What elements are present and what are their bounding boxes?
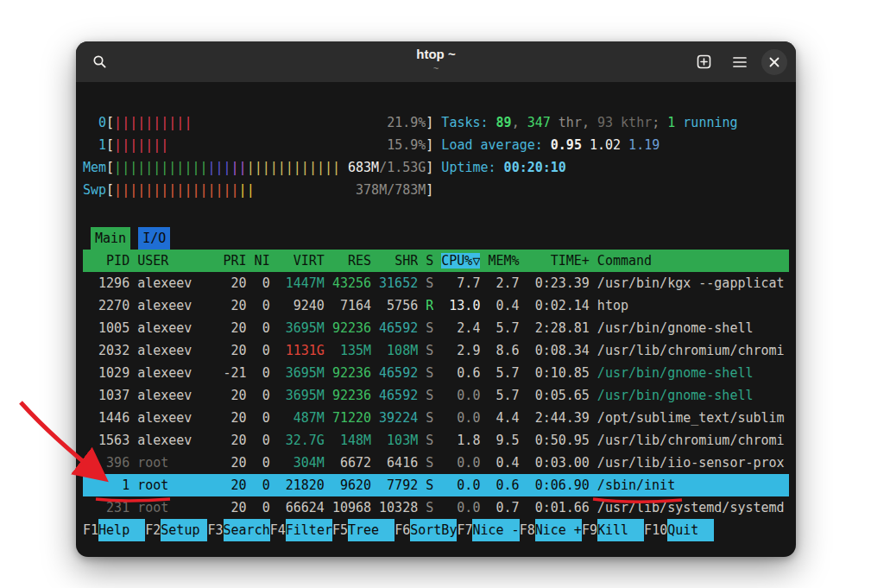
- fkey-number: F1: [83, 519, 98, 541]
- cell-res: 135M: [325, 339, 371, 362]
- cell-shr: 39224: [371, 407, 418, 429]
- column-header-user[interactable]: USER: [137, 250, 215, 272]
- column-header-pri[interactable]: PRI: [215, 250, 246, 272]
- function-key-bar: F1HelpF2SetupF3SearchF4FilterF5TreeF6Sor…: [83, 519, 789, 541]
- new-tab-icon: [697, 54, 711, 69]
- fkey-f7[interactable]: F7Nice -: [457, 519, 519, 541]
- process-row-pid-2270[interactable]: 2270alexeev200924071645756R13.00.40:02.1…: [83, 294, 789, 317]
- cell-shr: 7792: [371, 474, 418, 496]
- fkey-number: F8: [520, 519, 535, 541]
- process-table: 1296alexeev2001447M4325631652S7.72.70:23…: [83, 272, 789, 519]
- cell-pid: 2032: [83, 339, 129, 362]
- column-header-pid[interactable]: PID: [83, 250, 129, 272]
- cell-cpu: 13.0: [433, 294, 480, 317]
- cell-pid: 231: [83, 496, 129, 519]
- window-headerbar[interactable]: htop ~ ~: [76, 41, 796, 82]
- window-title: htop ~: [416, 46, 455, 63]
- tab-io[interactable]: I/O: [138, 227, 170, 250]
- column-header-ni[interactable]: NI: [247, 250, 270, 272]
- cell-cpu: 0.0: [433, 452, 480, 474]
- fkey-action-label: Help: [98, 519, 145, 541]
- tasks-line-text: 347: [527, 115, 551, 130]
- headerbar-controls: [689, 47, 787, 77]
- column-header-time[interactable]: TIME+: [520, 250, 590, 272]
- process-row-pid-1[interactable]: 1root2002182096207792S0.00.60:06.90/sbin…: [83, 474, 789, 496]
- new-tab-button[interactable]: [689, 47, 718, 77]
- column-header-state[interactable]: S: [418, 250, 433, 272]
- fkey-f2[interactable]: F2Setup: [145, 519, 207, 541]
- process-row-pid-1037[interactable]: 1037alexeev2003695M9223646592S0.05.70:05…: [83, 384, 789, 407]
- cell-cpu: 1.8: [433, 429, 480, 452]
- meter-bar-segment: |||||||: [114, 137, 168, 153]
- cell-cpu: 0.6: [433, 362, 480, 384]
- fkey-f9[interactable]: F9Kill: [582, 519, 644, 541]
- fkey-f1[interactable]: F1Help: [83, 519, 145, 541]
- cell-shr: 6416: [371, 452, 418, 474]
- cell-mem: 0.4: [480, 452, 519, 474]
- fkey-f4[interactable]: F4Filter: [270, 519, 332, 541]
- cell-mem: 4.4: [480, 407, 519, 429]
- process-row-pid-1029[interactable]: 1029alexeev-2103695M9223646592S0.65.70:1…: [83, 362, 789, 384]
- cell-pid: 1446: [83, 407, 129, 429]
- process-row-pid-231[interactable]: 231root200666241096810328S0.00.70:01.66/…: [83, 496, 789, 519]
- process-row-pid-1005[interactable]: 1005alexeev2003695M9223646592S2.45.72:28…: [83, 317, 789, 339]
- meter-value-text: 378M/783M: [356, 182, 426, 198]
- process-row-pid-2032[interactable]: 2032alexeev2001131G135M108MS2.98.60:08.3…: [83, 339, 789, 362]
- cell-pid: 1563: [83, 429, 129, 452]
- cell-pid: 1005: [83, 317, 129, 339]
- cell-s: S: [418, 496, 433, 519]
- meter-bar-segment: ||||||||||||: [247, 160, 340, 175]
- cell-time: 0:50.95: [520, 429, 590, 452]
- cell-mem: 0.7: [480, 496, 519, 519]
- column-header-command[interactable]: Command: [597, 250, 789, 272]
- process-row-pid-1296[interactable]: 1296alexeev2001447M4325631652S7.72.70:23…: [83, 272, 789, 294]
- meter-bar: |||||||15.9%: [114, 134, 426, 156]
- fkey-f8[interactable]: F8Nice +: [520, 519, 582, 541]
- cell-pid: 1: [83, 474, 129, 496]
- close-button[interactable]: [761, 49, 787, 75]
- tasks-line-text: 89: [496, 115, 512, 130]
- column-header-cpu[interactable]: CPU%▽: [433, 250, 480, 272]
- close-button-circle: [761, 49, 787, 75]
- process-row-pid-396[interactable]: 396root200304M66726416S0.00.40:03.00/usr…: [83, 452, 789, 474]
- cell-cmd: /usr/bin/gnome-shell: [597, 384, 789, 407]
- cell-res: 71220: [325, 407, 371, 429]
- cell-time: 0:06.90: [520, 474, 590, 496]
- cell-cpu: 0.0: [433, 384, 480, 407]
- load-average-line-text: 1.02: [590, 137, 628, 153]
- cell-virt: 9240: [270, 294, 325, 317]
- meter-bar-fill: |||||||||||||||||||||||||||||: [114, 156, 340, 179]
- fkey-action-label: Search: [224, 519, 270, 541]
- fkey-f5[interactable]: F5Tree: [332, 519, 394, 541]
- cell-res: 92236: [325, 362, 371, 384]
- process-row-pid-1446[interactable]: 1446alexeev200487M7122039224S0.04.42:44.…: [83, 407, 789, 429]
- tab-main[interactable]: Main: [91, 227, 130, 250]
- cell-shr: 46592: [371, 362, 418, 384]
- menu-button[interactable]: [725, 47, 754, 77]
- cell-cmd: /usr/bin/gnome-shell: [597, 362, 789, 384]
- cell-virt: 304M: [270, 452, 325, 474]
- column-header-mem[interactable]: MEM%: [480, 250, 519, 272]
- fkey-action-label: Tree: [348, 519, 394, 541]
- fkey-f3[interactable]: F3Search: [207, 519, 269, 541]
- meter-close-bracket: ]: [426, 156, 433, 179]
- column-header-shr[interactable]: SHR: [371, 250, 418, 272]
- tasks-line-text: ,: [512, 115, 527, 130]
- cell-virt: 1131G: [270, 339, 325, 362]
- cell-cmd: /opt/sublime_text/sublim: [597, 407, 789, 429]
- process-row-pid-1563[interactable]: 1563alexeev20032.7G148M103MS1.89.50:50.9…: [83, 429, 789, 452]
- fkey-number: F10: [644, 519, 667, 541]
- tasks-line-text: thr: [551, 115, 582, 130]
- cell-ni: 0: [247, 317, 270, 339]
- meter-bar: ||||||||||21.9%: [114, 111, 426, 134]
- fkey-f6[interactable]: F6SortBy: [394, 519, 457, 541]
- column-header-virt[interactable]: VIRT: [270, 250, 325, 272]
- cell-user: alexeev: [137, 362, 215, 384]
- cell-cpu: 7.7: [433, 272, 480, 294]
- cell-res: 92236: [325, 317, 371, 339]
- search-button[interactable]: [85, 47, 114, 77]
- meter-bar-fill: ||||||||||||||||||: [114, 179, 255, 201]
- column-header-res[interactable]: RES: [325, 250, 371, 272]
- fkey-f10[interactable]: F10Quit: [644, 519, 714, 541]
- cell-cmd: /usr/bin/gnome-shell: [597, 317, 789, 339]
